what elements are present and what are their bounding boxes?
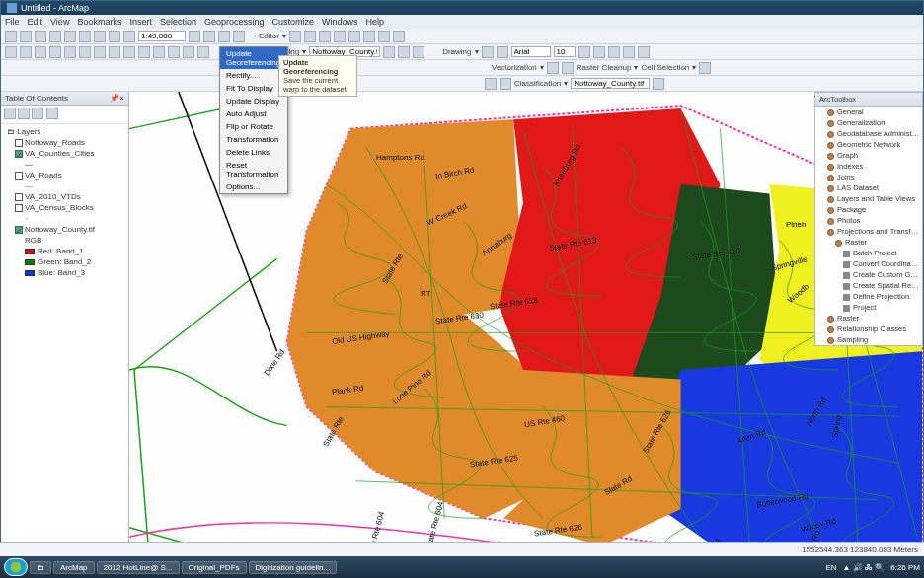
chevron-down-icon[interactable]: ▾ (475, 47, 479, 56)
measure-icon[interactable] (183, 46, 194, 58)
toolbox-group[interactable]: LAS Dataset (815, 182, 922, 193)
list-by-source-icon[interactable] (18, 108, 30, 119)
list-by-drawing-icon[interactable] (4, 108, 16, 119)
menu-insert[interactable]: Insert (129, 17, 152, 27)
font-input[interactable] (511, 46, 551, 57)
attributes-icon[interactable] (378, 31, 390, 42)
toolbox-tool[interactable]: Convert Coordinate Notation (815, 258, 922, 269)
hyperlink-icon[interactable] (197, 46, 209, 58)
cut-icon[interactable] (64, 31, 76, 42)
new-icon[interactable] (5, 31, 17, 42)
task-explorer[interactable]: 🗀 (30, 561, 51, 574)
drawing-menu[interactable]: Drawing (442, 47, 471, 56)
toc-layer[interactable]: Nottoway_Roads (3, 137, 126, 148)
signature-icon[interactable] (653, 78, 664, 90)
font-size-input[interactable] (554, 46, 576, 57)
toolbox-tool[interactable]: Batch Project (815, 248, 922, 258)
toolbox-group[interactable]: General (815, 107, 922, 117)
toolbox-group[interactable]: Graph (815, 150, 922, 161)
find-icon[interactable] (168, 46, 180, 58)
identify-icon[interactable] (153, 46, 165, 58)
georef-menu-item[interactable]: Update Georeferencing (220, 47, 287, 69)
classify-icon2[interactable] (500, 78, 511, 90)
full-extent-icon[interactable] (49, 46, 61, 58)
vectorization-icon[interactable] (547, 62, 559, 74)
georef-menu-item[interactable]: Flip or Rotate (220, 120, 287, 133)
python-icon[interactable] (233, 31, 245, 42)
clear-selection-icon[interactable] (138, 46, 150, 58)
select-icon[interactable] (123, 46, 135, 58)
back-icon[interactable] (94, 46, 106, 58)
toolbox-subgroup[interactable]: Raster (815, 237, 922, 248)
fixed-zoom-in-icon[interactable] (64, 46, 76, 58)
vectorization-menu[interactable]: Vectorization (492, 63, 537, 72)
reshape-icon[interactable] (334, 31, 346, 42)
georef-menu-item[interactable]: Options... (220, 181, 287, 193)
paste-icon[interactable] (94, 31, 106, 42)
tray-icons[interactable]: ▲ 🔊 🖧 🔍 (843, 563, 886, 572)
font-color-icon[interactable] (623, 46, 635, 58)
toc-layer[interactable]: VA_2010_VTDs (3, 191, 126, 202)
georef-menu-item[interactable]: Reset Transformation (220, 159, 287, 181)
draw-rectangle-icon[interactable] (482, 46, 494, 58)
zoom-in-icon[interactable] (5, 46, 17, 58)
draw-text-icon[interactable] (497, 46, 508, 58)
tray-clock[interactable]: 6:26 PM (890, 563, 920, 572)
task-arcmap[interactable]: ArcMap (53, 561, 95, 574)
georef-menu-item[interactable]: Transformation (220, 133, 287, 146)
toc-layer[interactable]: ✓Nottoway_County.tif (3, 224, 126, 235)
toolbox-group[interactable]: Indexes (815, 161, 922, 172)
toolbox-group[interactable]: Geodatabase Administration (815, 128, 922, 139)
pan-icon[interactable] (35, 46, 46, 58)
georef-menu-item[interactable]: Update Display (220, 95, 287, 108)
toolbox-group[interactable]: Relationship Classes (815, 324, 922, 334)
classification-target-input[interactable] (571, 78, 650, 89)
toolbox-tool[interactable]: Define Projection (815, 291, 922, 302)
open-icon[interactable] (20, 31, 32, 42)
raster-cleanup-menu[interactable]: Raster Cleanup (577, 63, 632, 72)
zoom-out-icon[interactable] (20, 46, 32, 58)
task-item[interactable]: Original_PDFs (182, 561, 247, 574)
toolbox-group[interactable]: Package (815, 204, 922, 215)
menu-customize[interactable]: Customize (272, 17, 315, 27)
menu-edit[interactable]: Edit (28, 17, 43, 27)
cell-selection-menu[interactable]: Cell Selection (641, 63, 689, 72)
undo-icon[interactable] (109, 31, 120, 42)
classification-menu[interactable]: Classification (514, 79, 561, 88)
menu-view[interactable]: View (50, 17, 69, 27)
toolbox-group[interactable]: Photos (815, 215, 922, 226)
georef-menu-item[interactable]: Delete Links (220, 146, 287, 159)
taskbar[interactable]: 🗀 ArcMap 2012 HotLine@ S... Original_PDF… (0, 556, 924, 578)
scale-input[interactable] (138, 31, 186, 41)
rotate-icon[interactable] (383, 46, 395, 58)
editor-menu[interactable]: Editor (259, 32, 279, 40)
chevron-down-icon[interactable]: ▾ (282, 32, 286, 40)
toolbox-group[interactable]: Joins (815, 172, 922, 182)
toolbox-tool[interactable]: Create Custom Geographic Transform (815, 269, 922, 280)
save-icon[interactable] (35, 31, 46, 42)
toolbox-icon[interactable] (218, 31, 230, 42)
toolbox-group[interactable]: Projections and Transformations (815, 226, 922, 237)
toc-layer[interactable]: ✓VA_Counties_Cities (3, 148, 126, 159)
georef-menu-item[interactable]: Rectify... (220, 69, 287, 82)
add-data-icon[interactable] (189, 31, 200, 42)
georef-menu-item[interactable]: Auto Adjust (220, 108, 287, 120)
menu-selection[interactable]: Selection (160, 17, 196, 27)
fill-color-icon[interactable] (638, 46, 650, 58)
toc-layer[interactable]: VA_Census_Blocks (3, 202, 126, 213)
vectorization-settings-icon[interactable] (562, 62, 574, 74)
add-control-points-icon[interactable] (398, 46, 410, 58)
edit-vertices-icon[interactable] (304, 31, 316, 42)
edit-tool-icon[interactable] (289, 31, 301, 42)
georef-menu-item[interactable]: Fit To Display (220, 82, 287, 95)
copy-icon[interactable] (79, 31, 91, 42)
toolbox-group[interactable]: Layers and Table Views (815, 193, 922, 204)
list-by-visibility-icon[interactable] (32, 108, 43, 119)
toc-layer[interactable]: VA_Roads (3, 170, 126, 181)
rotate-icon[interactable] (363, 31, 375, 42)
toc-root[interactable]: 🗀 Layers (3, 126, 126, 137)
task-item[interactable]: 2012 HotLine@ S... (97, 561, 180, 574)
forward-icon[interactable] (109, 46, 120, 58)
list-by-selection-icon[interactable] (46, 108, 58, 119)
toolbox-tool[interactable]: Create Spatial Reference (815, 280, 922, 291)
